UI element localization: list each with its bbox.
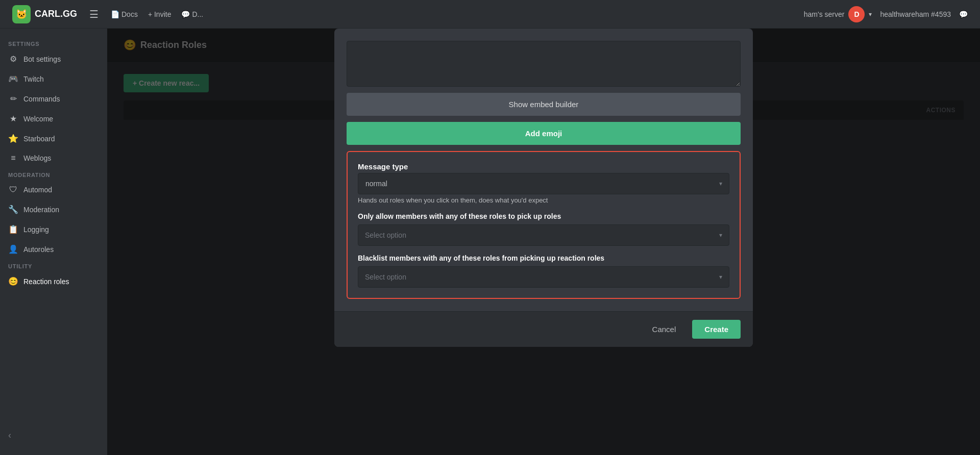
message-type-select-wrapper: normal unique verify ▾	[358, 173, 729, 194]
invite-link[interactable]: + Invite	[148, 10, 172, 18]
allow-roles-select-wrapper: ▾ Select option	[358, 224, 729, 246]
automod-icon: 🛡	[8, 185, 18, 194]
utility-section-label: UTILITY	[0, 259, 107, 271]
allow-roles-select[interactable]	[358, 224, 729, 246]
allow-roles-label: Only allow members with any of these rol…	[358, 212, 729, 220]
red-bordered-section: Message type normal unique verify ▾ Hand…	[347, 151, 741, 299]
modal-backdrop[interactable]: Show embed builder Add emoji Message typ…	[107, 29, 980, 455]
modal-textarea[interactable]	[347, 41, 741, 87]
welcome-icon: ★	[8, 114, 18, 123]
sidebar-item-label: Moderation	[23, 206, 59, 214]
sidebar-item-label: Commands	[23, 95, 60, 103]
add-emoji-button[interactable]: Add emoji	[347, 122, 741, 145]
settings-section-label: SETTINGS	[0, 37, 107, 49]
logging-icon: 📋	[8, 224, 18, 234]
sidebar-collapse-button[interactable]: ‹	[0, 424, 107, 447]
menu-icon[interactable]: ☰	[89, 8, 99, 20]
create-button[interactable]: Create	[692, 320, 741, 339]
blacklist-roles-select-wrapper: ▾ Select option	[358, 266, 729, 288]
server-info[interactable]: ham's server D ▾	[804, 6, 872, 22]
sidebar-item-logging[interactable]: 📋 Logging	[0, 219, 107, 239]
username: healthwareham #4593	[880, 10, 951, 18]
sidebar-item-label: Automod	[23, 186, 52, 194]
logo-text: CARL.GG	[35, 9, 77, 19]
sidebar-item-label: Bot settings	[23, 55, 61, 63]
embed-builder-button[interactable]: Show embed builder	[347, 93, 741, 116]
main-layout: SETTINGS ⚙ Bot settings 🎮 Twitch ✏ Comma…	[0, 29, 980, 455]
chat-icon: 💬	[959, 10, 968, 18]
sidebar-item-label: Starboard	[23, 135, 55, 143]
reaction-roles-icon: 😊	[8, 276, 18, 286]
topnav-right: ham's server D ▾ healthwareham #4593 💬	[804, 6, 968, 22]
blacklist-roles-section: Blacklist members with any of these role…	[358, 254, 729, 288]
docs-link[interactable]: 📄 Docs	[111, 10, 138, 18]
moderation-section-label: MODERATION	[0, 168, 107, 180]
server-avatar: D	[848, 6, 865, 22]
sidebar-item-label: Autoroles	[23, 245, 54, 254]
sidebar-item-label: Reaction roles	[23, 277, 69, 286]
sidebar-item-weblogs[interactable]: ≡ Weblogs	[0, 148, 107, 168]
sidebar-item-twitch[interactable]: 🎮 Twitch	[0, 69, 107, 89]
sidebar-item-automod[interactable]: 🛡 Automod	[0, 180, 107, 199]
sidebar-item-label: Weblogs	[23, 154, 51, 162]
content-area: 😊 Reaction Roles + Create new reac... Ac…	[107, 29, 980, 455]
sidebar-item-moderation[interactable]: 🔧 Moderation	[0, 199, 107, 219]
logo-icon: 🐱	[12, 5, 31, 23]
weblogs-icon: ≡	[8, 154, 18, 163]
sidebar-item-starboard[interactable]: ⭐ Starboard	[0, 129, 107, 148]
message-type-select[interactable]: normal unique verify	[358, 173, 729, 194]
allow-roles-section: Only allow members with any of these rol…	[358, 212, 729, 246]
modal-footer: Cancel Create	[334, 311, 753, 347]
sidebar-item-autoroles[interactable]: 👤 Autoroles	[0, 239, 107, 259]
server-chevron-icon: ▾	[869, 11, 872, 18]
gear-icon: ⚙	[8, 54, 18, 64]
message-type-description: Hands out roles when you click on them, …	[358, 196, 729, 204]
sidebar-item-bot-settings[interactable]: ⚙ Bot settings	[0, 49, 107, 69]
twitch-icon: 🎮	[8, 74, 18, 84]
message-type-section: Message type normal unique verify ▾ Hand…	[358, 162, 729, 204]
sidebar-item-label: Welcome	[23, 115, 53, 123]
moderation-icon: 🔧	[8, 205, 18, 214]
logo[interactable]: 🐱 CARL.GG	[12, 5, 77, 23]
sidebar-item-reaction-roles[interactable]: 😊 Reaction roles	[0, 271, 107, 291]
sidebar: SETTINGS ⚙ Bot settings 🎮 Twitch ✏ Comma…	[0, 29, 107, 455]
cancel-button[interactable]: Cancel	[644, 321, 684, 338]
autoroles-icon: 👤	[8, 244, 18, 254]
server-name: ham's server	[804, 10, 845, 18]
discord-link[interactable]: 💬 D...	[181, 10, 203, 18]
modal: Show embed builder Add emoji Message typ…	[334, 29, 753, 347]
sidebar-item-commands[interactable]: ✏ Commands	[0, 89, 107, 109]
message-type-title: Message type	[358, 162, 729, 171]
commands-icon: ✏	[8, 94, 18, 104]
modal-body: Show embed builder Add emoji Message typ…	[334, 29, 753, 311]
topnav-links: 📄 Docs + Invite 💬 D...	[111, 10, 203, 18]
starboard-icon: ⭐	[8, 134, 18, 143]
topnav: 🐱 CARL.GG ☰ 📄 Docs + Invite 💬 D... ham's…	[0, 0, 980, 29]
blacklist-roles-label: Blacklist members with any of these role…	[358, 254, 729, 262]
sidebar-item-welcome[interactable]: ★ Welcome	[0, 109, 107, 129]
sidebar-item-label: Logging	[23, 225, 49, 234]
sidebar-item-label: Twitch	[23, 75, 44, 83]
blacklist-roles-select[interactable]	[358, 266, 729, 288]
